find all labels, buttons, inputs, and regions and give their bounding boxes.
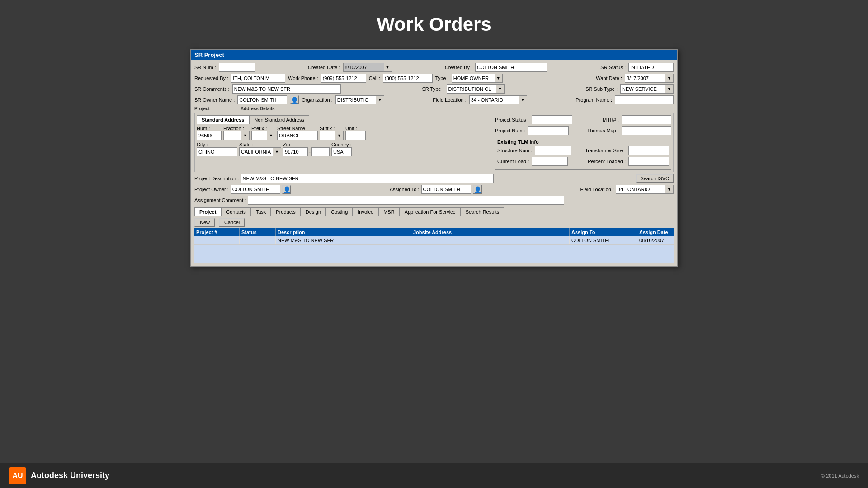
non-standard-address-tab[interactable]: Non Standard Address (249, 115, 309, 124)
sr-owner-person-icon[interactable]: 👤 (290, 95, 299, 104)
structure-num-input[interactable] (535, 146, 571, 155)
fraction-group: Fraction : ▼ (223, 126, 250, 140)
address-left-panel: Standard Address Non Standard Address Nu… (194, 113, 489, 172)
col-project-num: Project # (194, 228, 240, 236)
col-assign-date: Assign Date (637, 228, 696, 236)
prefix-label: Prefix : (251, 126, 275, 131)
cell-input[interactable] (383, 74, 433, 83)
want-date-input[interactable] (625, 74, 665, 83)
created-date-arrow[interactable]: ▼ (384, 63, 392, 72)
table-row[interactable]: NEW M&S TO NEW SFR COLTON SMITH 08/10/20… (194, 236, 674, 245)
sr-owner-name-input[interactable] (237, 95, 287, 104)
search-isvc-button[interactable]: Search ISVC (636, 174, 674, 183)
program-name-input[interactable] (615, 95, 674, 104)
suffix-arrow[interactable]: ▼ (335, 131, 344, 140)
project-desc-input[interactable] (241, 174, 494, 183)
standard-address-tab[interactable]: Standard Address (197, 115, 249, 124)
transformer-size-input[interactable] (628, 146, 669, 155)
sr-sub-type-input[interactable] (620, 84, 665, 94)
field-location-arrow[interactable]: ▼ (519, 95, 527, 104)
unit-input[interactable] (345, 131, 366, 140)
num-input[interactable] (197, 131, 222, 140)
sr-num-input[interactable] (219, 63, 255, 72)
sr-comments-label: SR Comments : (194, 86, 230, 92)
organization-arrow[interactable]: ▼ (376, 95, 384, 104)
fraction-input[interactable] (223, 131, 241, 140)
suffix-group: Suffix : ▼ (320, 126, 344, 140)
fraction-arrow[interactable]: ▼ (241, 131, 250, 140)
created-date-input[interactable] (343, 63, 384, 72)
bottom-bar: AU Autodesk University © 2011 Autodesk (0, 463, 868, 488)
country-input[interactable] (331, 147, 352, 156)
prefix-arrow[interactable]: ▼ (267, 131, 275, 140)
mtr-label: MTR# : (603, 117, 619, 122)
created-date-wrapper: ▼ (343, 63, 392, 72)
new-button[interactable]: New (194, 218, 215, 227)
data-table: Project # Status Description Jobsite Add… (194, 228, 674, 263)
tab-msr[interactable]: MSR (378, 207, 399, 216)
zip-input[interactable] (283, 147, 308, 156)
city-input[interactable] (197, 147, 237, 156)
tab-project[interactable]: Project (194, 207, 221, 216)
thomas-map-input[interactable] (622, 126, 671, 135)
current-load-input[interactable] (532, 157, 568, 166)
sr-type-wrapper: ▼ (447, 84, 505, 94)
prefix-input[interactable] (251, 131, 267, 140)
project-status-input[interactable] (532, 115, 572, 124)
created-date-label: Created Date : (308, 65, 340, 70)
field-location2-input[interactable] (616, 185, 665, 194)
type-arrow[interactable]: ▼ (495, 74, 503, 83)
tab-products[interactable]: Products (271, 207, 300, 216)
num-label: Num : (197, 126, 222, 131)
zip2-input[interactable] (311, 147, 330, 156)
tab-search-results[interactable]: Search Results (461, 207, 505, 216)
type-input[interactable] (452, 74, 495, 83)
tab-costing[interactable]: Costing (326, 207, 353, 216)
tab-task[interactable]: Task (251, 207, 271, 216)
state-arrow[interactable]: ▼ (273, 147, 281, 156)
sr-type-input[interactable] (447, 84, 496, 94)
sr-type-arrow[interactable]: ▼ (496, 84, 505, 94)
tab-application-for-service[interactable]: Application For Service (400, 207, 461, 216)
tab-design[interactable]: Design (301, 207, 326, 216)
assigned-to-input[interactable] (421, 185, 471, 194)
project-owner-input[interactable] (231, 185, 280, 194)
sr-comments-input[interactable] (232, 84, 341, 94)
sr-sub-type-label: SR Sub Type : (585, 86, 618, 92)
assigned-to-person-icon[interactable]: 👤 (473, 185, 482, 194)
col-description: Description (276, 228, 411, 236)
suffix-input[interactable] (320, 131, 335, 140)
city-label: City : (197, 142, 237, 147)
project-owner-label: Project Owner : (194, 187, 229, 192)
state-input[interactable] (239, 147, 273, 156)
field-location2-arrow[interactable]: ▼ (665, 185, 674, 194)
organization-input[interactable] (335, 95, 376, 104)
sr-status-input[interactable] (628, 63, 674, 72)
percent-loaded-input[interactable] (628, 157, 669, 166)
au-logo: AU Autodesk University (9, 467, 109, 484)
tab-invoice[interactable]: Invoice (353, 207, 378, 216)
sr-status-label: SR Status : (600, 65, 626, 70)
page-title-area: Work Orders (0, 0, 868, 44)
requested-by-input[interactable] (231, 74, 285, 83)
row-sr-comments: SR Comments : SR Type : ▼ SR Sub Type : … (194, 84, 674, 94)
field-location-input[interactable] (469, 95, 519, 104)
address-row2: City : State : ▼ Zip : (197, 142, 487, 156)
tlm-row1: Structure Num : Transformer Size : (497, 146, 669, 155)
action-row: New Cancel (194, 218, 674, 227)
cancel-button[interactable]: Cancel (219, 218, 245, 227)
project-num-input[interactable] (528, 126, 569, 135)
mtr-input[interactable] (622, 115, 671, 124)
university-text: Autodesk University (31, 471, 109, 480)
work-phone-input[interactable] (321, 74, 366, 83)
project-owner-person-icon[interactable]: 👤 (282, 185, 291, 194)
num-group: Num : (197, 126, 222, 140)
cell-description: NEW M&S TO NEW SFR (276, 236, 411, 244)
tab-contacts[interactable]: Contacts (221, 207, 250, 216)
assignment-comment-input[interactable] (248, 196, 564, 205)
street-name-input[interactable] (277, 131, 318, 140)
want-date-arrow[interactable]: ▼ (665, 74, 674, 83)
created-by-input[interactable] (475, 63, 547, 72)
copyright-text: © 2011 Autodesk (821, 473, 859, 479)
sr-sub-type-arrow[interactable]: ▼ (665, 84, 674, 94)
